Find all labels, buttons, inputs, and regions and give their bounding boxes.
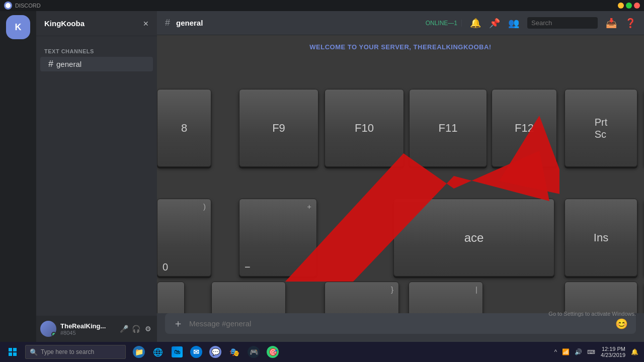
deafen-button[interactable]: 🎧: [131, 324, 141, 334]
title-bar-left: DISCORD: [4, 2, 41, 10]
message-input-area: ＋ 😊: [157, 313, 644, 342]
discord-logo-small: [4, 2, 12, 10]
key-f12: F12: [492, 89, 557, 167]
server-icon-kingkooba[interactable]: K: [6, 15, 30, 39]
server-list: K: [0, 11, 36, 342]
taskbar-app-browser[interactable]: 🌐: [149, 343, 167, 361]
header-actions: ONLINE—1 🔔 📌 👥 📥 ❓: [422, 17, 636, 29]
channel-sidebar: KingKooba ✕ TEXT CHANNELS # general TheR…: [36, 11, 157, 342]
channel-header-hash: #: [165, 18, 170, 28]
user-tag: #8045: [60, 330, 115, 336]
minimize-button[interactable]: [618, 3, 624, 9]
key-bracket-close: | \: [409, 282, 483, 313]
maximize-button[interactable]: [626, 3, 632, 9]
mute-button[interactable]: 🎤: [119, 324, 129, 334]
discord-layout: K KingKooba ✕ TEXT CHANNELS # general Th…: [0, 11, 644, 342]
windows-logo-icon: [9, 348, 17, 356]
taskbar-app-extra[interactable]: 🎯: [264, 343, 282, 361]
key-f8-partial: 8: [157, 89, 211, 167]
steam-icon: 🎮: [248, 346, 260, 358]
close-button[interactable]: [634, 3, 640, 9]
mail-icon: ✉: [190, 346, 202, 358]
taskbar-app-mail[interactable]: ✉: [187, 343, 205, 361]
settings-button[interactable]: ⚙: [143, 324, 153, 334]
taskbar: 🔍 Type here to search 📁 🌐 🛍 ✉ 💬 🎭 🎮 🎯 ^: [0, 342, 644, 362]
message-input[interactable]: [189, 313, 609, 334]
user-panel: TheRealKing... #8045 🎤 🎧 ⚙: [36, 316, 157, 342]
taskbar-time: 12:19 PM: [601, 346, 625, 352]
channel-name: general: [56, 60, 82, 68]
key-del: Del: [565, 282, 637, 313]
taskbar-app-explorer[interactable]: 📁: [130, 343, 148, 361]
taskbar-volume-icon[interactable]: 🔊: [573, 347, 584, 356]
user-avatar: [40, 321, 56, 337]
inbox-icon[interactable]: 📥: [606, 18, 617, 29]
emoji-icon[interactable]: 😊: [615, 318, 628, 330]
taskbar-app-discord[interactable]: 💬: [206, 343, 224, 361]
taskbar-search-placeholder: Type here to search: [41, 348, 94, 355]
channel-header-name: general: [176, 19, 203, 27]
taskbar-apps: 📁 🌐 🛍 ✉ 💬 🎭 🎮 🎯: [130, 343, 282, 361]
svg-rect-6: [9, 352, 12, 356]
svg-point-0: [6, 3, 11, 8]
key-backspace-partial: ace: [393, 199, 554, 277]
key-prtsc: PrtSc: [565, 89, 637, 167]
server-name: KingKooba: [44, 19, 85, 28]
chrome-icon: 🎭: [228, 346, 240, 358]
members-icon[interactable]: 👥: [508, 18, 519, 29]
key-p: P: [211, 282, 286, 313]
channel-item-general[interactable]: # general: [40, 57, 153, 71]
key-bracket-open: } ]: [325, 282, 399, 313]
keyboard-content: 8 F9 F10 F11 F12: [157, 35, 644, 313]
svg-rect-5: [13, 348, 17, 351]
key-d0-partial: 0: [157, 282, 185, 313]
start-button[interactable]: [0, 342, 25, 362]
key-f10: F10: [325, 89, 404, 167]
taskbar-right: ^ 📶 🔊 ⌨ 12:19 PM 4/23/2019 🔔: [552, 346, 644, 358]
pin-icon[interactable]: 📌: [489, 18, 500, 29]
key-minus: + −: [239, 199, 317, 277]
taskbar-network-icon[interactable]: 📶: [560, 347, 571, 356]
user-status-dot: [51, 332, 56, 337]
key-zero: ) 0: [157, 199, 211, 277]
channel-search-input[interactable]: [527, 17, 598, 29]
channels-list: TEXT CHANNELS # general: [36, 36, 157, 316]
svg-rect-7: [13, 352, 17, 356]
help-icon[interactable]: ❓: [625, 18, 636, 29]
taskbar-search-bar[interactable]: 🔍 Type here to search: [25, 345, 126, 359]
taskbar-notification-icon[interactable]: ^: [552, 347, 558, 356]
title-bar: DISCORD: [0, 0, 644, 11]
title-bar-controls: [618, 3, 640, 9]
taskbar-app-chrome[interactable]: 🎭: [225, 343, 244, 361]
taskbar-app-store[interactable]: 🛍: [168, 343, 186, 361]
key-f11: F11: [409, 89, 487, 167]
messages-area[interactable]: WELCOME TO YOUR SERVER, THEREALKINGKOOBA…: [157, 35, 644, 313]
discord-icon: 💬: [209, 346, 221, 358]
taskbar-app-steam[interactable]: 🎮: [245, 343, 263, 361]
welcome-banner: WELCOME TO YOUR SERVER, THEREALKINGKOOBA…: [157, 39, 644, 55]
taskbar-keyboard-icon[interactable]: ⌨: [586, 348, 597, 356]
browser-icon: 🌐: [152, 346, 164, 358]
user-controls: 🎤 🎧 ⚙: [119, 324, 153, 334]
key-ins: Ins: [565, 199, 637, 277]
server-dropdown-icon: ✕: [143, 20, 149, 28]
user-name: TheRealKing...: [60, 322, 115, 330]
taskbar-clock[interactable]: 12:19 PM 4/23/2019: [599, 346, 627, 358]
channel-header: # general ONLINE—1 🔔 📌 👥 📥 ❓: [157, 11, 644, 35]
online-count: ONLINE—1: [422, 20, 462, 27]
add-message-icon[interactable]: ＋: [173, 317, 183, 330]
title-bar-title: DISCORD: [15, 3, 41, 9]
file-explorer-icon: 📁: [133, 346, 145, 358]
taskbar-search-icon: 🔍: [30, 348, 38, 356]
store-icon: 🛍: [172, 346, 183, 357]
extra-app-icon: 🎯: [267, 346, 279, 358]
svg-rect-4: [9, 348, 12, 351]
server-header[interactable]: KingKooba ✕: [36, 11, 157, 36]
taskbar-date: 4/23/2019: [601, 352, 625, 358]
key-f9: F9: [239, 89, 318, 167]
user-info: TheRealKing... #8045: [60, 322, 115, 336]
bell-icon[interactable]: 🔔: [470, 18, 481, 29]
main-content: # general ONLINE—1 🔔 📌 👥 📥 ❓ WELCOME TO …: [157, 11, 644, 342]
channel-category-text: TEXT CHANNELS: [36, 40, 157, 56]
taskbar-notifications-bell[interactable]: 🔔: [629, 347, 640, 356]
